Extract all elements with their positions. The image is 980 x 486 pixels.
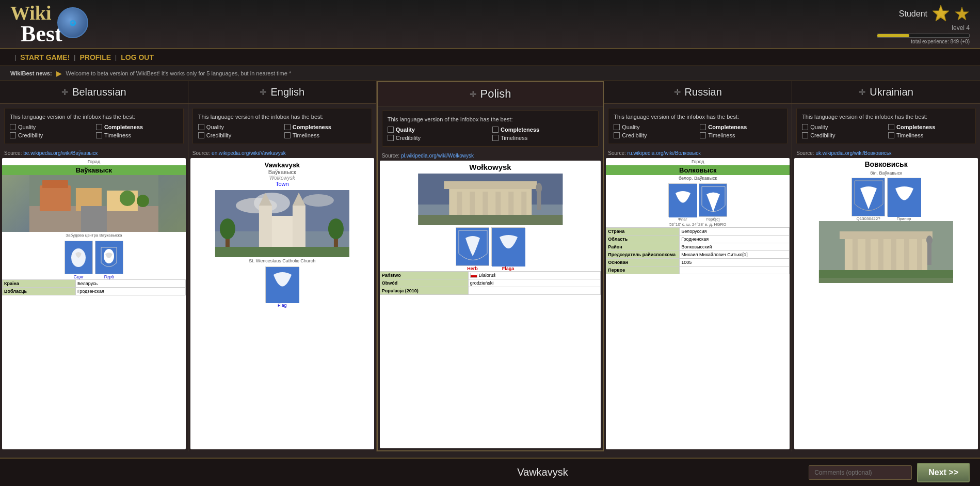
pl-timeliness-label: Timeliness — [501, 135, 527, 141]
svg-rect-58 — [927, 242, 931, 265]
en-completeness-item[interactable]: Completeness — [284, 124, 366, 130]
pl-infobox-best: This language version of the infobox has… — [382, 111, 599, 147]
ru-quality-checkbox[interactable] — [614, 124, 620, 130]
uk-infobox-best: This language version of the infobox has… — [796, 108, 976, 144]
ru-timeliness-checkbox[interactable] — [700, 132, 706, 138]
en-timeliness-checkbox[interactable] — [284, 132, 291, 138]
pl-credibility-checkbox[interactable] — [388, 135, 394, 141]
ru-source-link[interactable]: ru.wikipedia.org/wiki/Волковыск — [628, 150, 701, 156]
bel-source-link[interactable]: be.wikipedia.org/wiki/Ваўкавыск — [23, 150, 98, 156]
drag-handle-bel[interactable]: ✛ — [61, 87, 68, 97]
uk-city-name: Вовковиськ — [794, 158, 978, 170]
ru-completeness-checkbox[interactable] — [700, 124, 706, 130]
bel-timeliness-checkbox[interactable] — [96, 132, 102, 138]
en-source: Source: en.wikipedia.org/wiki/Vawkavysk — [188, 148, 376, 158]
ru-coord: 53°10' с. ш. 24°28' в. д. HGRO — [606, 222, 790, 227]
svg-rect-52 — [853, 239, 858, 273]
ru-credibility-label: Credibility — [622, 132, 647, 138]
bel-completeness-checkbox[interactable] — [96, 124, 102, 130]
uk-wiki-preview: Вовковиськ біл. Ваўкавыск Q13030422? — [794, 158, 978, 449]
panel-russian: ✛ Russian This language version of the i… — [604, 81, 792, 451]
bel-wiki-preview: Горад Ваўкавыск Забудова цэнтра Ваўкавыс… — [2, 158, 186, 449]
logo: Wiki Best — [10, 3, 62, 45]
en-wiki-preview: Vawkavysk Ваўкавыск Wołkowysk Town — [190, 158, 374, 449]
ru-quality-item[interactable]: Quality — [614, 124, 696, 130]
panel-polish: ✛ Polish This language version of the in… — [377, 81, 604, 451]
bel-flag-img — [65, 241, 93, 274]
en-coats: Flag — [190, 266, 374, 308]
pl-checkbox-grid: Quality Completeness Credibility Timelin… — [388, 127, 593, 141]
xp-text: total experience: 849 (+0) — [877, 39, 970, 44]
uk-completeness-item[interactable]: Completeness — [888, 124, 970, 130]
en-source-link[interactable]: en.wikipedia.org/wiki/Vawkavysk — [212, 150, 286, 156]
uk-quality-checkbox[interactable] — [802, 124, 808, 130]
drag-handle-pl[interactable]: ✛ — [470, 89, 476, 99]
ru-checkbox-grid: Quality Completeness Credibility Timelin… — [614, 124, 782, 138]
en-timeliness-item[interactable]: Timeliness — [284, 132, 366, 138]
russian-header: ✛ Russian — [604, 81, 792, 104]
bel-timeliness-item[interactable]: Timeliness — [96, 132, 178, 138]
pl-credibility-item[interactable]: Credibility — [388, 135, 488, 141]
uk-credibility-item[interactable]: Credibility — [802, 132, 884, 138]
bel-quality-label: Quality — [18, 124, 36, 130]
bel-coat2: Герб — [95, 241, 123, 279]
pl-timeliness-checkbox[interactable] — [492, 135, 499, 141]
pl-source: Source: pl.wikipedia.org/wiki/Wołkowysk — [378, 151, 603, 161]
pl-timeliness-item[interactable]: Timeliness — [492, 135, 593, 141]
drag-handle-uk[interactable]: ✛ — [859, 87, 865, 97]
ru-infobox-best: This language version of the infobox has… — [608, 108, 788, 144]
xp-bar-container: total experience: 849 (+0) — [877, 34, 970, 44]
uk-timeliness-item[interactable]: Timeliness — [888, 132, 970, 138]
ru-completeness-item[interactable]: Completeness — [700, 124, 782, 130]
svg-rect-6 — [42, 180, 68, 188]
comments-input[interactable] — [809, 465, 912, 480]
news-arrow: ▶ — [56, 69, 62, 77]
level-label: level 4 — [877, 24, 970, 32]
ru-credibility-checkbox[interactable] — [614, 132, 620, 138]
bel-credibility-checkbox[interactable] — [10, 132, 16, 138]
bel-credibility-item[interactable]: Credibility — [10, 132, 92, 138]
pl-completeness-label: Completeness — [501, 127, 539, 133]
drag-handle-ru[interactable]: ✛ — [674, 87, 681, 97]
uk-source-link[interactable]: uk.wikipedia.org/wiki/Вовковиськ — [815, 150, 891, 156]
ru-source: Source: ru.wikipedia.org/wiki/Волковыск — [604, 148, 792, 158]
en-city-type: Town — [194, 181, 371, 187]
svg-point-19 — [303, 194, 334, 207]
bel-infobox-best: This language version of the infobox has… — [4, 108, 184, 144]
ru-quality-label: Quality — [622, 124, 639, 130]
pl-source-link[interactable]: pl.wikipedia.org/wiki/Wołkowysk — [401, 153, 474, 159]
uk-quality-item[interactable]: Quality — [802, 124, 884, 130]
bel-completeness-item[interactable]: Completeness — [96, 124, 178, 130]
uk-timeliness-checkbox[interactable] — [888, 132, 894, 138]
pl-quality-item[interactable]: Quality — [388, 127, 488, 133]
bel-quality-checkbox[interactable] — [10, 124, 16, 130]
pl-completeness-checkbox[interactable] — [492, 127, 499, 133]
ru-flag-label: Флаг — [678, 217, 687, 222]
pl-quality-checkbox[interactable] — [388, 127, 394, 133]
en-credibility-checkbox[interactable] — [198, 132, 204, 138]
next-button[interactable]: Next >> — [917, 463, 970, 482]
ru-city-subtitle: белор. Ваўкавыск — [606, 175, 790, 181]
uk-completeness-checkbox[interactable] — [888, 124, 894, 130]
uk-credibility-checkbox[interactable] — [802, 132, 808, 138]
en-completeness-checkbox[interactable] — [284, 124, 291, 130]
drag-handle-en[interactable]: ✛ — [260, 87, 266, 97]
nav-logout[interactable]: LOG OUT — [121, 53, 154, 61]
ru-credibility-item[interactable]: Credibility — [614, 132, 696, 138]
en-checkbox-grid: Quality Completeness Credibility Timelin… — [198, 124, 366, 138]
ru-timeliness-item[interactable]: Timeliness — [700, 132, 782, 138]
nav-start-game[interactable]: START GAME! — [20, 53, 70, 61]
nav-profile[interactable]: PROFILE — [79, 53, 111, 61]
svg-rect-36 — [444, 181, 537, 189]
uk-city-image — [794, 221, 978, 283]
pl-completeness-item[interactable]: Completeness — [492, 127, 593, 133]
en-credibility-item[interactable]: Credibility — [198, 132, 280, 138]
uk-credibility-label: Credibility — [810, 132, 835, 138]
en-quality-checkbox[interactable] — [198, 124, 204, 130]
uk-infobox-desc: This language version of the infobox has… — [802, 114, 970, 120]
pl-city-image — [380, 174, 601, 225]
en-quality-item[interactable]: Quality — [198, 124, 280, 130]
pl-flag-icon — [470, 273, 477, 278]
bel-quality-item[interactable]: Quality — [10, 124, 92, 130]
en-quality-label: Quality — [206, 124, 224, 130]
